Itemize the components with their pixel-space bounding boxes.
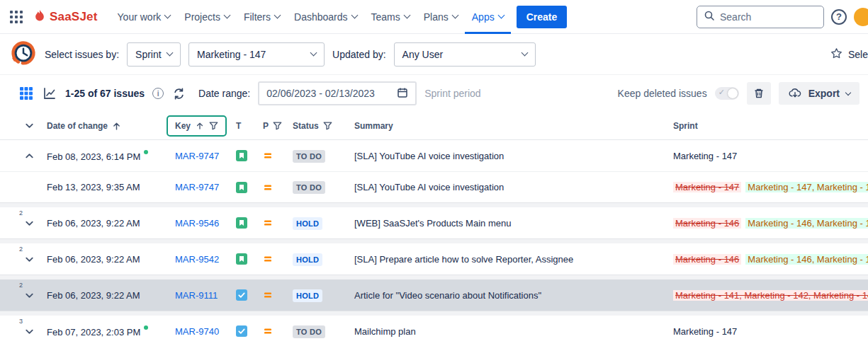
date-of-change: Feb 06, 2023, 9:22 AM bbox=[47, 290, 175, 301]
sprint-cell: Marketing - 146Marketing - 146, Marketin… bbox=[673, 218, 868, 229]
updated-by-dropdown[interactable]: Any User bbox=[394, 42, 536, 67]
table-view-button[interactable] bbox=[18, 86, 34, 101]
header-summary[interactable]: Summary bbox=[354, 121, 673, 131]
recent-change-dot bbox=[144, 150, 148, 154]
nav-dashboards[interactable]: Dashboards bbox=[287, 0, 364, 34]
avatar[interactable] bbox=[854, 8, 868, 26]
story-icon bbox=[236, 150, 247, 161]
filter-funnel-icon[interactable] bbox=[323, 121, 332, 130]
select-issues-by-label: Select issues by: bbox=[45, 49, 119, 60]
logo-text: SaaSJet bbox=[50, 10, 98, 24]
status-badge: HOLD bbox=[293, 289, 322, 302]
saved-filter-button[interactable]: Selec bbox=[830, 47, 868, 62]
header-type[interactable]: T bbox=[236, 121, 263, 131]
issue-history-app-logo bbox=[10, 40, 37, 69]
saasjet-logo[interactable]: SaaSJet bbox=[33, 8, 98, 25]
issue-key-link[interactable]: MAR-9111 bbox=[175, 290, 218, 301]
issue-summary: [WEB] SaaSJet's Products Main menu bbox=[354, 218, 673, 229]
priority-medium-icon bbox=[263, 183, 273, 192]
nav-projects[interactable]: Projects bbox=[177, 0, 237, 34]
collapse-row-button[interactable] bbox=[21, 148, 37, 163]
chevron-down-icon bbox=[451, 12, 458, 19]
nav-teams[interactable]: Teams bbox=[364, 0, 417, 34]
issue-key-link[interactable]: MAR-9542 bbox=[175, 254, 219, 265]
sprint-filter-dropdown[interactable]: Marketing - 147 bbox=[188, 42, 325, 67]
top-nav: SaaSJet Your work Projects Filters Dashb… bbox=[0, 0, 868, 34]
help-icon[interactable]: ? bbox=[831, 9, 847, 25]
chevron-down-icon bbox=[223, 12, 230, 19]
header-sprint[interactable]: Sprint bbox=[673, 121, 868, 131]
create-button[interactable]: Create bbox=[517, 6, 568, 28]
nav-plans[interactable]: Plans bbox=[417, 0, 465, 34]
table-row[interactable]: 3 Feb 07, 2023, 2:03 PM MAR-9740 TO DO M… bbox=[0, 316, 868, 346]
nav-filters[interactable]: Filters bbox=[237, 0, 287, 34]
date-of-change: Feb 13, 2023, 9:35 AM bbox=[47, 182, 175, 192]
calendar-icon bbox=[397, 87, 408, 100]
date-of-change: Feb 06, 2023, 9:22 AM bbox=[47, 218, 175, 229]
nav-your-work[interactable]: Your work bbox=[111, 0, 178, 34]
issue-key-link[interactable]: MAR-9747 bbox=[175, 182, 219, 192]
sort-ascending-icon bbox=[196, 121, 204, 130]
sprint-removed-value: Marketing - 146 bbox=[673, 218, 741, 229]
issue-summary: [SLA] YouTube AI voice investigation bbox=[354, 182, 673, 192]
search-icon bbox=[704, 10, 715, 24]
table-row[interactable]: 2 Feb 06, 2023, 9:22 AM MAR-9546 HOLD [W… bbox=[0, 207, 868, 238]
export-button[interactable]: Export bbox=[779, 82, 859, 105]
change-count: 2 bbox=[19, 282, 23, 289]
issue-key-link[interactable]: MAR-9546 bbox=[175, 218, 219, 229]
issue-summary: Mailchimp plan bbox=[354, 326, 673, 337]
chevron-down-icon bbox=[24, 254, 35, 265]
app-switcher-icon[interactable] bbox=[10, 11, 23, 23]
header-status[interactable]: Status bbox=[293, 121, 354, 131]
updated-by-label: Updated by: bbox=[332, 49, 386, 60]
header-date-of-change[interactable]: Date of change bbox=[47, 121, 175, 131]
chevron-up-icon bbox=[24, 151, 35, 161]
chevron-down-icon bbox=[310, 50, 317, 57]
story-icon bbox=[236, 253, 247, 265]
key-column-highlight-box: Key bbox=[167, 115, 227, 137]
nav-apps[interactable]: Apps bbox=[465, 0, 511, 34]
change-count: 2 bbox=[19, 246, 23, 253]
table-header-row: Date of change Key T P Status Summary Sp… bbox=[0, 112, 868, 140]
sprint-cell: Marketing - 141, Marketing - 142, Market… bbox=[673, 290, 868, 301]
expand-row-button[interactable]: 2 bbox=[21, 251, 37, 267]
star-icon bbox=[830, 47, 843, 62]
delete-button[interactable] bbox=[747, 82, 771, 105]
cloud-download-icon bbox=[788, 87, 802, 100]
refresh-button[interactable] bbox=[171, 86, 186, 101]
keep-deleted-issues-toggle[interactable]: ✓ bbox=[715, 87, 739, 100]
table-row[interactable]: 2 Feb 06, 2023, 9:22 AM MAR-9542 HOLD [S… bbox=[0, 243, 868, 275]
header-key[interactable]: Key bbox=[175, 115, 236, 137]
table-row-selected[interactable]: 2 Feb 06, 2023, 9:22 AM MAR-9111 HOLD Ar… bbox=[0, 279, 868, 311]
issue-key-link[interactable]: MAR-9740 bbox=[175, 326, 219, 337]
global-search[interactable] bbox=[697, 6, 824, 28]
expand-row-button[interactable]: 3 bbox=[21, 323, 37, 339]
sprint-added-value: Marketing - 146, Marketing - 147 bbox=[745, 218, 868, 229]
date-range-input[interactable]: 02/06/2023 - 02/13/2023 bbox=[258, 81, 417, 105]
sprint-removed-value: Marketing - 147 bbox=[673, 182, 741, 192]
table-row[interactable]: Feb 08, 2023, 6:14 PM MAR-9747 TO DO [SL… bbox=[0, 140, 868, 171]
issue-group: 2 Feb 06, 2023, 9:22 AM MAR-9546 HOLD [W… bbox=[0, 207, 868, 239]
filter-funnel-icon[interactable] bbox=[273, 121, 282, 130]
table-row[interactable]: Feb 13, 2023, 9:35 AM MAR-9747 TO DO [SL… bbox=[0, 171, 868, 202]
chart-view-button[interactable] bbox=[42, 86, 57, 101]
info-icon[interactable]: i bbox=[152, 88, 164, 99]
expand-row-button[interactable]: 2 bbox=[21, 287, 37, 303]
expand-row-button[interactable]: 2 bbox=[21, 215, 37, 231]
header-priority[interactable]: P bbox=[263, 121, 293, 131]
issue-selector-dropdown[interactable]: Sprint bbox=[127, 42, 181, 67]
issue-key-link[interactable]: MAR-9747 bbox=[175, 151, 219, 161]
check-icon: ✓ bbox=[718, 88, 725, 97]
filter-funnel-icon[interactable] bbox=[209, 121, 218, 130]
date-of-change: Feb 08, 2023, 6:14 PM bbox=[47, 150, 175, 162]
priority-medium-icon bbox=[263, 254, 273, 264]
trash-icon bbox=[753, 88, 765, 99]
status-badge: HOLD bbox=[293, 217, 322, 230]
status-badge: HOLD bbox=[293, 253, 322, 266]
expand-all-button[interactable] bbox=[21, 118, 37, 134]
refresh-icon bbox=[173, 88, 185, 100]
chevron-down-icon bbox=[24, 218, 35, 229]
chevron-down-icon bbox=[497, 12, 505, 19]
keep-deleted-issues-label: Keep deleted issues bbox=[618, 88, 707, 99]
search-input[interactable] bbox=[720, 11, 817, 23]
